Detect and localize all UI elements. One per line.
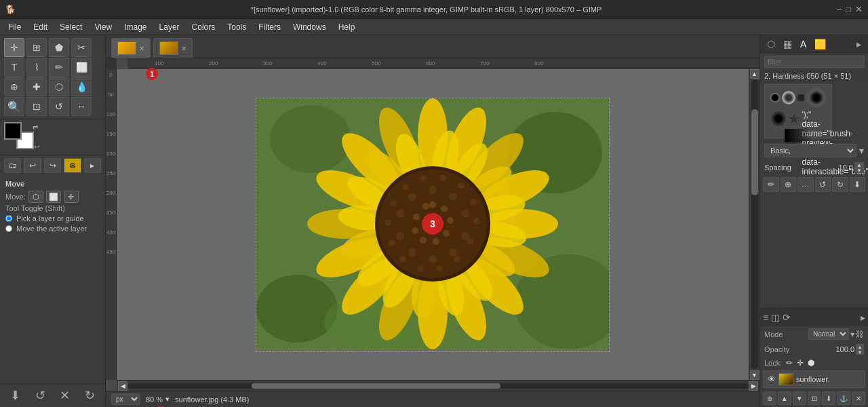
heal-tool[interactable]: ✚ (26, 77, 47, 96)
menu-view[interactable]: View (89, 21, 117, 33)
close-tab-1-icon[interactable]: ✕ (139, 45, 144, 52)
swap-colors[interactable]: ⇄ (33, 123, 38, 131)
paint-tool[interactable]: ✏ (49, 58, 69, 77)
align-tool[interactable]: ⊞ (26, 38, 47, 57)
menu-help[interactable]: Help (333, 21, 361, 33)
brush-download-btn[interactable]: ↻ (832, 177, 848, 192)
menu-edit[interactable]: Edit (28, 21, 53, 33)
brush-preview-1[interactable] (770, 93, 780, 102)
scroll-left-btn[interactable]: ◀ (118, 381, 127, 391)
brush-filter-input[interactable] (764, 56, 865, 68)
vscroll-thumb[interactable] (751, 109, 758, 196)
menu-windows[interactable]: Windows (288, 21, 332, 33)
layer-mode-select[interactable]: Normal Multiply Screen (808, 328, 849, 340)
paths-tab-icon[interactable]: ⟳ (783, 312, 791, 323)
text-tool[interactable]: T (4, 58, 24, 77)
duplicate-layer-btn[interactable]: ⊡ (808, 391, 821, 405)
tool-presets-btn[interactable]: ↪ (44, 158, 61, 173)
brush-preview-7[interactable] (785, 129, 812, 142)
layers-tab-icon[interactable]: ≡ (763, 312, 768, 323)
brush-delete-btn[interactable]: ⬇ (850, 177, 866, 192)
flip-tool[interactable]: ↔ (71, 97, 92, 116)
save-button[interactable]: ⬇ (10, 388, 20, 403)
brush-preview-4[interactable] (806, 88, 827, 108)
move-tool[interactable]: ✛ (4, 38, 24, 57)
fonts-icon[interactable]: A (797, 37, 809, 51)
lock-all-icon[interactable]: ⬢ (808, 358, 814, 368)
clone-tool[interactable]: ⊕ (4, 77, 24, 96)
eraser-tool[interactable]: ⬜ (71, 58, 92, 77)
perspective-tool[interactable]: ⬡ (49, 77, 69, 96)
lower-layer-btn[interactable]: ▼ (793, 391, 806, 405)
move-active-radio[interactable] (5, 225, 12, 232)
undo-button[interactable]: ↺ (35, 388, 45, 403)
spacing-down[interactable]: ▼ (854, 168, 864, 173)
reset-colors[interactable]: ↩ (34, 143, 39, 151)
menu-image[interactable]: Image (119, 21, 152, 33)
mode-dropdown-icon[interactable]: ▾ (850, 330, 854, 339)
scroll-right-btn[interactable]: ▶ (749, 381, 758, 391)
move-icon-1[interactable]: ⬡ (28, 191, 43, 203)
menu-tools[interactable]: Tools (222, 21, 252, 33)
brush-dropdown[interactable]: Basic, (764, 144, 856, 157)
canvas-viewport[interactable]: 3 (117, 69, 749, 380)
undo-history-btn[interactable]: 🗂 (4, 158, 21, 173)
vertical-scrollbar[interactable]: ▲ ▼ (749, 69, 760, 380)
smudge-tool[interactable]: ⌇ (26, 58, 47, 77)
close-button[interactable]: ✕ (855, 4, 863, 14)
image-tab-1[interactable]: ✕ (111, 38, 151, 58)
color-picker[interactable]: 💧 (71, 77, 92, 96)
pick-layer-radio[interactable] (5, 215, 12, 222)
merge-down-btn[interactable]: ⬇ (822, 391, 835, 405)
menu-layer[interactable]: Layer (154, 21, 185, 33)
menu-colors[interactable]: Colors (186, 21, 221, 33)
close-tab-2-icon[interactable]: ✕ (181, 45, 186, 52)
tool-options-btn[interactable]: ⊛ (64, 158, 81, 173)
expand-layers-btn[interactable]: ▸ (861, 312, 865, 323)
maximize-button[interactable]: □ (846, 4, 851, 14)
opacity-down[interactable]: ▼ (856, 349, 864, 355)
expand-panel-btn[interactable]: ▸ (854, 37, 864, 51)
menu-filters[interactable]: Filters (253, 21, 286, 33)
brush-preview-star[interactable]: ★ (788, 111, 800, 127)
rotate-tool[interactable]: ↺ (49, 97, 69, 116)
delete-layer-btn[interactable]: ✕ (852, 391, 865, 405)
move-icon-3[interactable]: ✛ (64, 191, 79, 203)
zoom-tool[interactable]: 🔍 (4, 97, 24, 116)
opacity-up[interactable]: ▲ (856, 344, 864, 349)
brush-preview-3[interactable] (797, 94, 804, 101)
iscissors[interactable]: ✂ (71, 38, 92, 57)
unit-select[interactable]: px in mm (111, 393, 140, 405)
brushes-icon[interactable]: ⬡ (764, 37, 778, 51)
unit-selector[interactable]: px in mm (111, 393, 140, 405)
patterns-icon[interactable]: ▦ (781, 37, 795, 51)
image-tab-2[interactable]: ✕ (153, 38, 193, 58)
scroll-up-btn[interactable]: ▲ (750, 69, 760, 79)
brush-preview-5[interactable] (771, 111, 786, 126)
raise-layer-btn[interactable]: ▲ (778, 391, 791, 405)
move-icon-2[interactable]: ⬜ (46, 191, 61, 203)
brush-dropdown-arrow[interactable]: ▾ (859, 145, 864, 156)
expand-btn[interactable]: ▸ (84, 158, 101, 173)
restore-button[interactable]: ↻ (85, 388, 95, 403)
scroll-down-btn[interactable]: ▼ (750, 370, 760, 380)
layer-link-icon[interactable]: ⛓ (856, 330, 864, 339)
brush-refresh-btn[interactable]: ↺ (815, 177, 831, 192)
layer-visibility-icon[interactable]: 👁 (768, 374, 776, 384)
lock-pixels-icon[interactable]: ✏ (786, 358, 793, 368)
foreground-color[interactable] (4, 122, 22, 140)
add-layer-btn[interactable]: ⊕ (763, 391, 776, 405)
brush-edit-btn[interactable]: ✏ (763, 177, 779, 192)
channels-tab-icon[interactable]: ◫ (771, 312, 780, 323)
minimize-button[interactable]: – (837, 4, 842, 14)
cancel-button[interactable]: ✕ (60, 388, 70, 403)
layer-item[interactable]: 👁 sunflower. (763, 370, 865, 388)
free-select[interactable]: ⬟ (49, 38, 69, 57)
brush-duplicate-btn[interactable]: ⊕ (781, 177, 797, 192)
anchor-layer-btn[interactable]: ⚓ (837, 391, 850, 405)
zoom-dropdown-icon[interactable]: ▾ (165, 395, 170, 404)
crop-tool[interactable]: ⊡ (26, 97, 47, 116)
device-status-btn[interactable]: ↩ (24, 158, 41, 173)
hscroll-thumb[interactable] (252, 383, 500, 389)
brush-preview-2[interactable] (782, 91, 795, 104)
